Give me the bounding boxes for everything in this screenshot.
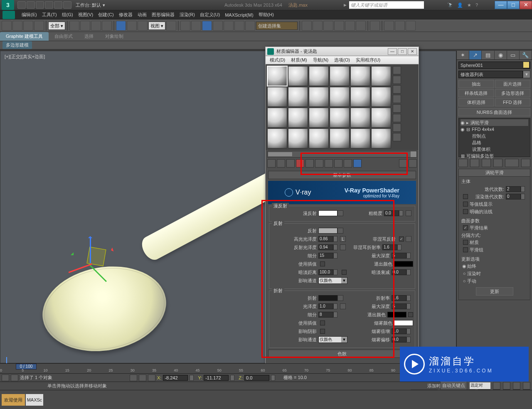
ribbon-tab-freeform[interactable]: 自由形式 — [49, 32, 79, 41]
refract-affect-combo[interactable]: 仅颜色▼ — [318, 336, 347, 343]
reflect-exitcolor-swatch[interactable] — [394, 261, 413, 267]
spinner-btns[interactable] — [406, 303, 411, 309]
roughness-spinner[interactable]: 0.0 — [384, 210, 399, 216]
angle-snap-icon[interactable] — [213, 21, 223, 31]
spinner-btns[interactable] — [399, 210, 403, 216]
rendered-frame-icon[interactable] — [395, 21, 405, 31]
isoline-checkbox[interactable] — [463, 202, 468, 207]
menu-views[interactable]: 视图(V) — [76, 12, 96, 18]
align-icon[interactable] — [313, 21, 323, 31]
affect-shadows-checkbox[interactable] — [320, 329, 325, 334]
schematic-icon[interactable] — [356, 21, 366, 31]
undo-icon[interactable] — [2, 21, 12, 31]
update-button[interactable]: 更新 — [476, 287, 513, 296]
select-manip-icon[interactable] — [180, 21, 190, 31]
spinner-btns[interactable] — [521, 194, 525, 200]
render-iter-spinner[interactable]: 0 — [506, 194, 521, 200]
menu-help[interactable]: 帮助(H) — [256, 12, 276, 18]
upd-render-radio[interactable]: 渲染时 — [467, 271, 481, 277]
mat-menu-options[interactable]: 选项(O) — [332, 57, 352, 63]
mat-close-button[interactable]: ✕ — [408, 48, 417, 55]
sample-slot[interactable] — [371, 66, 391, 86]
extrude-button[interactable]: 抽出 — [458, 80, 494, 88]
minimize-button[interactable]: — — [495, 1, 507, 9]
assign-to-sel-icon[interactable] — [286, 159, 295, 168]
show-in-viewport-icon[interactable] — [344, 159, 352, 168]
make-unique-icon[interactable] — [315, 159, 323, 168]
refract-interp-checkbox[interactable] — [320, 320, 325, 325]
video-check-icon[interactable] — [393, 104, 401, 113]
ribbon-poly-modeling[interactable]: 多边形建模 — [2, 41, 32, 49]
time-slider[interactable]: 0 / 100 05101520253035404550556065707580… — [0, 363, 456, 373]
fresnel-checkbox[interactable] — [399, 237, 404, 241]
show-end-icon[interactable] — [470, 159, 479, 167]
sample-slot[interactable] — [371, 87, 391, 107]
ref-coord-combo[interactable]: 视图 ▾ — [148, 22, 165, 30]
turbosmooth-rollup[interactable]: 涡轮平滑 主体 迭代次数:2 渲染迭代次数:0 等值线显示 明确的法线 曲面参数… — [458, 169, 530, 300]
diffuse-color-swatch[interactable] — [318, 210, 337, 216]
sample-slot[interactable] — [330, 87, 350, 107]
spinner-btns[interactable] — [333, 269, 337, 275]
backlight-icon[interactable] — [393, 76, 401, 84]
sample-slot[interactable] — [371, 128, 391, 148]
sample-slot[interactable] — [309, 87, 329, 107]
mat-menu-nav[interactable]: 导航(N) — [310, 57, 331, 63]
spinner-btns[interactable] — [333, 303, 337, 309]
refract-glossy-spinner[interactable]: 1.0 — [318, 303, 333, 309]
upd-always-radio[interactable]: 始终 — [467, 263, 476, 269]
hilight-lock-button[interactable]: L — [340, 236, 346, 242]
mat-max-button[interactable]: □ — [398, 48, 407, 55]
rollup-dispersion[interactable]: 色散 — [268, 350, 416, 358]
material-editor-window[interactable]: 材质编辑器 - 瓷汤匙 — □ ✕ 模式(D) 材质(M) 导航(N) 选项(O… — [265, 47, 419, 367]
menu-group[interactable]: 组(G) — [59, 12, 76, 18]
keyboard-icon[interactable] — [191, 21, 201, 31]
spinner-btns[interactable] — [397, 244, 401, 250]
spline-select-button[interactable]: 样条线选择 — [458, 89, 494, 97]
refract-maxdepth-spinner[interactable]: 5 — [392, 303, 406, 309]
reflect-glossy-spinner[interactable]: 0.94 — [318, 244, 333, 250]
hierarchy-tab-icon[interactable]: ▤ — [482, 51, 494, 59]
sample-slot[interactable] — [350, 87, 370, 107]
fog-mult-spinner[interactable]: 1.0 — [392, 328, 406, 334]
menu-render[interactable]: 渲染(R) — [177, 12, 197, 18]
motion-tab-icon[interactable]: ◉ — [495, 51, 507, 59]
put-to-scene-icon[interactable] — [277, 159, 285, 168]
sample-slot[interactable] — [288, 108, 308, 128]
turbosmooth-header[interactable]: 涡轮平滑 — [459, 169, 530, 177]
poly-select-button[interactable]: 多边形选择 — [495, 89, 531, 97]
get-material-icon[interactable] — [267, 159, 276, 168]
qat-open-icon[interactable] — [27, 1, 35, 9]
rotate-icon[interactable] — [127, 21, 137, 31]
redo-icon[interactable] — [12, 21, 22, 31]
explicit-checkbox[interactable] — [463, 209, 468, 214]
vol-select-button[interactable]: 体积选择 — [458, 98, 494, 106]
make-unique-icon[interactable] — [482, 159, 491, 167]
reflect-color-swatch[interactable] — [318, 228, 337, 234]
refract-glossy-map-button[interactable] — [340, 303, 346, 309]
sample-slot[interactable] — [267, 128, 287, 148]
mirror-icon[interactable] — [302, 21, 312, 31]
ior-spinner[interactable]: 1.6 — [392, 295, 406, 301]
modifier-stack[interactable]: ◉▸涡轮平滑 ◉⊟FFD 4x4x4 控制点 晶格 设置体积 ⊞可编辑多边形 — [458, 118, 530, 157]
ribbon-toggle-icon[interactable] — [334, 21, 344, 31]
fresnel-ior-spinner[interactable]: 1.6 — [382, 244, 397, 250]
go-sibling-icon[interactable] — [409, 159, 417, 168]
ribbon-tab-graphite[interactable]: Graphite 建模工具 — [0, 32, 49, 41]
spinner-btns[interactable] — [333, 244, 337, 250]
chevron-down-icon[interactable]: ▼ — [523, 71, 530, 78]
qat-save-icon[interactable] — [36, 1, 44, 9]
qat-undo-icon[interactable] — [45, 1, 53, 9]
sample-slot[interactable] — [288, 128, 308, 148]
by-mat-checkbox[interactable] — [463, 240, 468, 245]
refract-color-swatch[interactable] — [318, 295, 337, 301]
reflect-subdiv-spinner[interactable]: 15 — [318, 253, 333, 259]
sample-slot[interactable] — [371, 108, 391, 128]
sample-slot[interactable] — [330, 108, 350, 128]
layer-icon[interactable] — [323, 21, 333, 31]
material-rollup-area[interactable]: 基本参数 V·ray V-Ray PowerShader optimized f… — [268, 169, 416, 365]
diffuse-map-button[interactable] — [337, 210, 343, 216]
qat-redo-icon[interactable] — [54, 1, 62, 9]
dim-falloff-spinner[interactable]: 0.0 — [392, 269, 406, 275]
user-icon[interactable]: 👤 — [457, 2, 463, 8]
nurbs-select-button[interactable]: NURBS 曲面选择 — [458, 108, 530, 116]
